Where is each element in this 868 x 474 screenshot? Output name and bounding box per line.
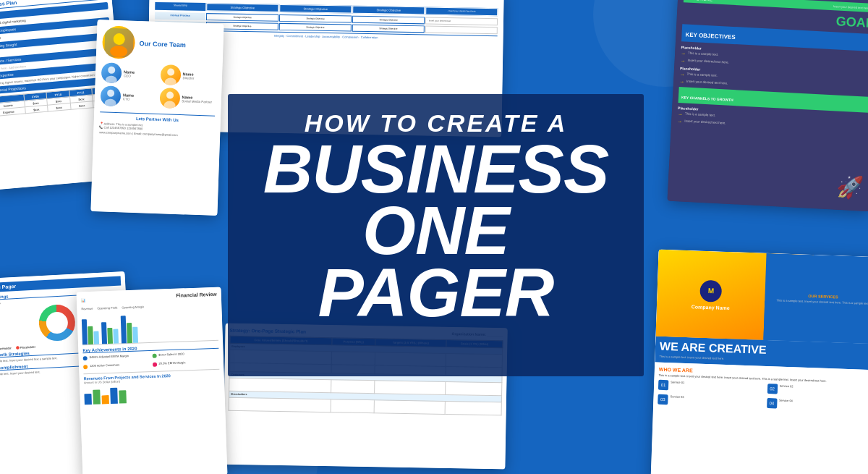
avatar-1 xyxy=(101,62,122,83)
svg-point-5 xyxy=(167,68,174,75)
partner-section: Lets Partner With Us 📍 Address: This is … xyxy=(99,111,215,138)
team-photo xyxy=(102,25,136,59)
team-member-4: Name Social Media Partner xyxy=(159,88,216,110)
svg-point-10 xyxy=(163,101,175,109)
who-we-are-section: WHO WE ARE This is a sample text. Insert… xyxy=(653,363,868,419)
bar-chart xyxy=(82,308,218,346)
goals-card: DATE HERE Insert your desired text here.… xyxy=(667,0,868,211)
core-team-card: Our Core Team Name CEO xyxy=(90,20,224,216)
services-top-section: M Company Name OUR SERVICES This is a sa… xyxy=(655,250,868,344)
svg-point-3 xyxy=(108,67,115,74)
donut-chart xyxy=(38,304,76,342)
company-logo: M xyxy=(700,279,723,302)
team-member-1: Name CEO xyxy=(101,62,158,85)
company-services-card: M Company Name OUR SERVICES This is a sa… xyxy=(651,250,868,474)
svg-point-4 xyxy=(106,75,117,83)
team-member-3: Name CTO xyxy=(101,85,157,108)
core-team-title: Our Core Team xyxy=(139,40,186,48)
achievements-section: Key Achievements in 2020 $450m Adjusted … xyxy=(82,344,221,405)
avatar-2 xyxy=(160,64,181,85)
avatar-4 xyxy=(159,88,180,109)
svg-point-9 xyxy=(166,91,173,98)
svg-point-8 xyxy=(104,98,116,106)
svg-point-7 xyxy=(107,90,114,97)
revenue-mini-chart xyxy=(84,382,221,405)
finance-card: 📊 Financial Review Revenue Operating Pro… xyxy=(77,287,228,474)
svg-point-6 xyxy=(164,77,176,85)
team-member-2: Name Director xyxy=(160,64,216,87)
rocket-icon: 🚀 xyxy=(836,174,864,200)
services-grid: 01 Service 01 02 Service 02 03 Service 0… xyxy=(658,380,868,414)
team-grid: Name CEO Name Director xyxy=(101,62,217,110)
avatar-3 xyxy=(101,85,122,106)
main-container: Business Plan Industry: Marketing & digi… xyxy=(0,0,868,474)
main-headline: HOW TO CREATE A BUSINESS ONE PAGER xyxy=(228,94,644,342)
